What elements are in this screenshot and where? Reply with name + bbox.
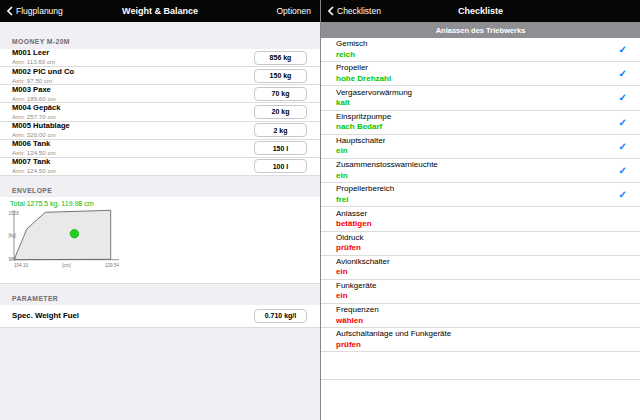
checklist-item-title: Zusammenstosswarnleuchte [336,160,438,170]
weight-row-text: M001 Leer Arm: 113.60 cm [12,49,55,65]
weight-row-arm: Arm: 257.70 cm [12,113,61,120]
checklist-item-title: Hauptschalter [336,136,385,146]
parameter-value-field[interactable]: 0.710 kg/l [254,309,307,323]
weight-value-field[interactable]: 100 l [254,159,307,173]
envelope-point [70,229,78,237]
checklist-row[interactable]: Avionikschalter ein ✓ [321,256,640,280]
weight-row-arm: Arm: 124.50 cm [12,167,56,174]
weight-row[interactable]: M007 Tank Arm: 124.50 cm 100 l [0,158,320,176]
checklist-panel: Checklisten Checkliste Anlassen des Trie… [320,0,640,420]
weight-row[interactable]: M006 Tank Arm: 124.50 cm 150 l [0,140,320,158]
weight-value-field[interactable]: 20 kg [254,105,307,119]
checklist-row-text: Funkgeräte ein [336,281,376,302]
checklist-row-text: Einspritzpumpe nach Bedarf [336,112,391,133]
checklist-item-title: Aufschaltanlage und Funkgeräte [336,329,451,339]
checklist-row[interactable]: Zusammenstosswarnleuchte ein ✓ [321,159,640,183]
parameter-row[interactable]: Spec. Weight Fuel 0.710 kg/l [0,305,320,328]
weight-row-title: M006 Tank [12,140,56,149]
weight-row-text: M005 Hutablage Arm: 320.00 cm [12,122,70,138]
checklist-item-action: ein [336,171,438,181]
checklist-row-text: Propeller hohe Drehzahl [336,63,391,84]
weight-row-title: M002 PIC und Co [12,68,74,77]
checklist-item-title: Gemisch [336,39,368,49]
checklist-row[interactable]: Anlasser betätigen ✓ [321,207,640,231]
checklist-end-spacer [321,352,640,380]
checklist-row[interactable]: Propeller hohe Drehzahl ✓ [321,62,640,86]
checklist-row-text: Zusammenstosswarnleuchte ein [336,160,438,181]
weight-row[interactable]: M001 Leer Arm: 113.60 cm 856 kg [0,49,320,67]
envelope-total-label: Total 1275.5 kg, 119.98 cm [10,200,320,207]
weight-row-title: M003 Paxe [12,86,56,95]
left-navbar: Flugplanung Weight & Balance Optionen [0,0,320,22]
checklist-row-text: Propellerbereich frei [336,184,394,205]
back-button-checklisten[interactable]: Checklisten [321,6,381,16]
weight-row[interactable]: M005 Hutablage Arm: 320.00 cm 2 kg [0,122,320,140]
checklist-row-text: Aufschaltanlage und Funkgeräte prüfen [336,329,451,350]
checklist-row-text: Hauptschalter ein [336,136,385,157]
parameter-section-header: PARAMETER [0,284,320,305]
checkmark-icon: ✓ [619,141,627,152]
weight-value-field[interactable]: 150 l [254,141,307,155]
checklist-item-action: hohe Drehzahl [336,74,391,84]
envelope-block: Total 1275.5 kg, 119.98 cm 1528 [kg] 987… [0,197,320,284]
weight-row[interactable]: M003 Paxe Arm: 189.60 cm 70 kg [0,85,320,103]
checklist-item-title: Frequenzen [336,305,379,315]
checkmark-icon: ✓ [619,117,627,128]
envelope-xmin-label: 104.10 [14,263,28,268]
options-button[interactable]: Optionen [277,6,321,16]
checklist-item-action: prüfen [336,243,364,253]
weight-row-arm: Arm: 124.50 cm [12,149,56,156]
weight-row-text: M002 PIC und Co Arm: 97.50 cm [12,68,74,84]
back-button-flugplanung[interactable]: Flugplanung [0,6,63,16]
weight-rows: M001 Leer Arm: 113.60 cm 856 kg M002 PIC… [0,49,320,176]
back-label: Checklisten [337,6,381,16]
weight-row-arm: Arm: 320.00 cm [12,131,70,138]
checklist-item-title: Propeller [336,63,391,73]
checklist-row[interactable]: Frequenzen wählen ✓ [321,304,640,328]
checkmark-icon: ✓ [619,189,627,200]
weight-row-text: M006 Tank Arm: 124.50 cm [12,140,56,156]
checklist-row-text: Avionikschalter ein [336,257,390,278]
weight-row-text: M003 Paxe Arm: 189.60 cm [12,86,56,102]
chevron-left-icon [328,6,334,16]
checklist-row[interactable]: Funkgeräte ein ✓ [321,280,640,304]
checklist-row[interactable]: Propellerbereich frei ✓ [321,183,640,207]
weight-row[interactable]: M004 Gepäck Arm: 257.70 cm 20 kg [0,103,320,121]
checklist-row[interactable]: Hauptschalter ein ✓ [321,135,640,159]
weight-value-field[interactable]: 70 kg [254,87,307,101]
checklist-item-action: wählen [336,316,379,326]
checklist-item-action: ein [336,146,385,156]
parameter-title: Spec. Weight Fuel [12,311,79,320]
checkmark-icon: ✓ [619,92,627,103]
checklist-row[interactable]: Einspritzpumpe nach Bedarf ✓ [321,111,640,135]
checklist-row-text: Anlasser betätigen [336,209,372,230]
checklist-item-title: Öldruck [336,233,364,243]
weight-value-field[interactable]: 856 kg [254,51,307,65]
checkmark-icon: ✓ [619,44,627,55]
checklist-item-action: kalt [336,98,412,108]
right-navbar: Checklisten Checkliste [321,0,640,22]
checklist-item-title: Vergaservorwärmung [336,88,412,98]
checklist-row-text: Öldruck prüfen [336,233,364,254]
back-label: Flugplanung [16,6,63,16]
checklist-row[interactable]: Gemisch reich ✓ [321,38,640,62]
chevron-left-icon [7,6,13,16]
weight-row-arm: Arm: 189.60 cm [12,95,56,102]
envelope-ymax-label: 1528 [9,210,20,215]
weight-value-field[interactable]: 2 kg [254,123,307,137]
checklist-section-bar: Anlassen des Triebwerks [321,22,640,38]
checklist-item-action: prüfen [336,340,451,350]
checklist-item-title: Propellerbereich [336,184,394,194]
checklist-row[interactable]: Öldruck prüfen ✓ [321,232,640,256]
envelope-polygon [14,210,111,259]
weight-value-field[interactable]: 150 kg [254,69,307,83]
checklist-row[interactable]: Aufschaltanlage und Funkgeräte prüfen ✓ [321,328,640,352]
checkmark-icon: ✓ [619,68,627,79]
checklist-item-title: Funkgeräte [336,281,376,291]
split-view-app: Flugplanung Weight & Balance Optionen MO… [0,0,640,420]
checklist-item-title: Avionikschalter [336,257,390,267]
weight-row[interactable]: M002 PIC und Co Arm: 97.50 cm 150 kg [0,67,320,85]
checklist-row[interactable]: Vergaservorwärmung kalt ✓ [321,86,640,110]
weight-row-arm: Arm: 113.60 cm [12,58,55,65]
envelope-xmax-label: 129.54 [105,263,119,268]
